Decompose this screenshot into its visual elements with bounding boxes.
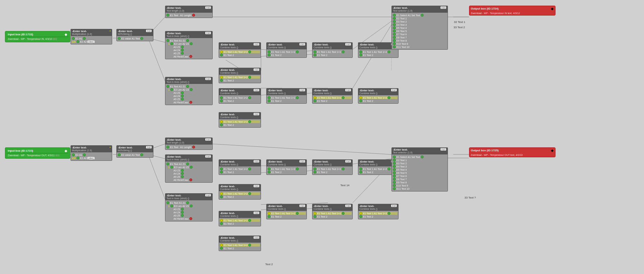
mult-2-e1-port	[72, 153, 75, 156]
lines-2b-a4z4: A4 Z4	[174, 211, 180, 214]
combine-b1a-upper[interactable]: -Enter text- Combine texts () 010 E1 Tex…	[219, 159, 261, 175]
textlen-node-2[interactable]: -Enter text- Text length (1.0) 010 E1 Te…	[165, 138, 213, 150]
mult-node-1[interactable]: -Enter text- Multiplication (1.0) * E1 A…	[71, 29, 112, 44]
combine-3a-lower[interactable]: -Enter text- Combine texts () 010 E1 Tex…	[312, 88, 353, 104]
mult-node-2[interactable]: -Enter text- Multiplication (1.0) * E1 A…	[71, 145, 112, 161]
ts1-e2	[393, 17, 396, 20]
input-1723-subtitle-row: Zwembad - WP - Temperatuur OUT, 4/3/11 ⊞…	[7, 153, 68, 157]
lines-strict-2a[interactable]: -Enter text- Text in lines (strict) () 0…	[165, 154, 213, 183]
textselector-2-e1: E1 Select	[396, 156, 407, 158]
input-box-1723[interactable]: Input box (ID:1723) ◆ Zwembad - WP - Tem…	[5, 147, 70, 159]
lines-strict-1a[interactable]: -Enter text- Text in lines (strict) () 0…	[165, 31, 213, 59]
combine-1b-lower-e2: E1 Text 2	[224, 124, 234, 126]
combine-1a-lower-e1-port	[220, 76, 223, 79]
ts1-e6-label: E6 Text 5	[396, 30, 407, 32]
input-box-1723-subtitle: Zwembad - WP - Temperatuur OUT, 4/3/11	[8, 154, 55, 157]
combine-b2a-lower[interactable]: -Enter text- Combine texts () 010 E1 Tex…	[219, 236, 261, 251]
input-box-1722-subtitle: Zwembad - WP - Temperatuur IN, 4/3/10	[8, 38, 52, 40]
svg-line-12	[212, 144, 391, 154]
combine-4a-lower[interactable]: -Enter text- Combine texts () 010 E1 Tex…	[358, 88, 399, 104]
combine-4a-upper-a1-port	[388, 50, 390, 53]
combine-b3a-upper[interactable]: -Enter text- Combine texts () 010 E1 Tex…	[266, 159, 307, 175]
combine-1b-lower[interactable]: -Enter text- Combine texts () 010 E1 Tex…	[219, 112, 261, 128]
combine-b5a-lower-header: -Enter text- Combine texts () 010	[358, 204, 398, 211]
mult-2-asterisk: *	[109, 146, 111, 152]
combine-1b-upper[interactable]: -Enter text- Combine texts () 010 E1 Tex…	[219, 88, 261, 104]
lines-1a-badge: 010	[205, 32, 211, 34]
combine-b1a-lower[interactable]: -Enter text- Combine texts () 010 E1 Tex…	[219, 184, 261, 200]
combine-3a-upper-subtitle: Combine texts ()	[314, 46, 332, 49]
mult-2-title: -Enter text-	[72, 146, 92, 149]
input-box-1722[interactable]: Input box (ID:1722) ◆ Zwembad - WP - Tem…	[5, 31, 70, 42]
combine-1a-lower-header: -Enter text- Combine texts () 010	[219, 68, 261, 75]
textlen-node-1[interactable]: -Enter text- Text length (1.0) 010 E1 Te…	[165, 6, 213, 18]
combine-b4a-lower-header: -Enter text- Combine texts () 010	[312, 204, 352, 211]
inttostr-2-title: -Enter text-	[118, 146, 133, 149]
output-box-1724[interactable]: Output box (ID:1724) ◆ Zwembad - WP - Te…	[469, 6, 555, 16]
combine-3a-upper-e1: E1 Text 1	[317, 51, 327, 53]
textselector-1[interactable]: -Enter text- Text selector (1.0) 010 E1 …	[391, 6, 448, 50]
combine-2a-upper[interactable]: -Enter text- Combine texts () 010 E1 Tex…	[266, 42, 307, 58]
lines-strict-2b[interactable]: -Enter text- Text in lines (strict) () 0…	[165, 193, 213, 221]
combine-4a-lower-subtitle: Combine texts ()	[359, 92, 377, 95]
combine-3a-lower-badge: 010	[345, 89, 351, 91]
combine-b3a-upper-a1: A1 Text 1+2	[282, 168, 295, 170]
ts2-e10	[393, 184, 396, 187]
combine-1a-lower-e1: E1 Text 1	[224, 76, 234, 79]
combine-4a-upper-e1: E1 Text 1	[363, 51, 373, 53]
lines-2a-1: 1	[166, 166, 170, 169]
ts1-e3	[393, 20, 396, 23]
lines-1a-title: -Enter text-	[166, 32, 189, 35]
inttostr-1-a1-label: A1 Text	[132, 37, 140, 40]
inttostr-node-2[interactable]: -Enter text- IntToString () 010 E1 value…	[116, 145, 153, 158]
combine-3a-lower-subtitle: Combine texts ()	[314, 92, 332, 95]
combine-1b-lower-a1: A1 Text 1+2	[235, 121, 248, 123]
inttostr-node-1[interactable]: -Enter text- IntToString () 010 E1 value…	[116, 29, 153, 41]
lines-1a-a4z4: A4 Z4	[174, 49, 180, 51]
combine-b5a-lower[interactable]: -Enter text- Combine texts () 010 E1 Tex…	[358, 204, 399, 219]
combine-b5a-upper-a1: A1 Text 1+2	[374, 168, 387, 170]
combine-1a-lower[interactable]: -Enter text- Combine texts () 010 E1 Tex…	[219, 68, 261, 83]
combine-3a-upper-a1-port	[342, 50, 345, 53]
combine-2a-lower-header: -Enter text- Combine texts () 010	[267, 89, 306, 95]
combine-1a-upper[interactable]: -Enter text- Combine texts () 010 E1 Tex…	[219, 42, 261, 58]
combine-2a-lower[interactable]: -Enter text- Combine texts () 010 E1 Tex…	[266, 88, 307, 104]
mult-1-sbo-badge: (sbo)	[87, 41, 95, 43]
ts2-e4	[393, 165, 396, 168]
combine-b3a-lower-title: -Enter text-	[268, 205, 286, 208]
lines-2b-title: -Enter text-	[166, 194, 189, 197]
combine-4a-upper-e2: E1 Text 2	[363, 54, 373, 56]
combine-3a-upper[interactable]: -Enter text- Combine texts () 010 E1 Tex…	[312, 42, 353, 58]
combine-1a-lower-subtitle: Combine texts ()	[220, 72, 238, 74]
lines-1b-badge: 010	[205, 78, 211, 80]
combine-b2a-lower-header: -Enter text- Combine texts () 010	[219, 236, 261, 243]
combine-b4a-upper[interactable]: -Enter text- Combine texts () 010 E1 Tex…	[312, 159, 353, 175]
combine-b1a-lower-e2: E1 Text 2	[224, 196, 234, 198]
lines-2b-1: 1	[166, 205, 170, 207]
lines-1a-a5z5: A5 Z5	[174, 52, 180, 55]
combine-2a-upper-e1-port	[268, 50, 271, 53]
combine-b1a-upper-e2: E1 Text 2	[224, 171, 234, 173]
combine-3a-upper-e2: E1 Text 2	[317, 54, 327, 56]
combine-3a-lower-e2: E1 Text 2	[317, 100, 327, 102]
output-box-1725[interactable]: Output box (ID:1725) ◆ Zwembad - WP - Te…	[469, 147, 555, 157]
ts2-e8-label: E8 Text 7	[396, 178, 407, 181]
textselector-1-badge: 010	[441, 6, 446, 9]
combine-b5a-lower-a1-port	[388, 212, 390, 215]
combine-b2a-upper-header: -Enter text- Combine texts () 010	[219, 211, 261, 218]
lines-strict-1b[interactable]: -Enter text- Text in lines (strict) () 0…	[165, 77, 213, 105]
combine-2a-lower-badge: 010	[299, 89, 305, 91]
lines-2b-a5z5: A5 Z5	[174, 214, 180, 217]
combine-4a-upper-title: -Enter text-	[359, 43, 377, 46]
combine-b4a-lower-badge: 010	[345, 205, 351, 207]
textlen-2-badge: 010	[205, 138, 211, 141]
inttostr-1-title: -Enter text-	[118, 30, 133, 33]
combine-b4a-lower[interactable]: -Enter text- Combine texts () 010 E1 Tex…	[312, 204, 353, 219]
lines-1b-a1z1: A1 Z1	[179, 85, 186, 88]
combine-b3a-lower[interactable]: -Enter text- Combine texts () 010 E1 Tex…	[266, 204, 307, 219]
lines-1a-a6rest: A6 Rest/Casc	[174, 55, 189, 58]
textselector-2[interactable]: -Enter text- Text selector (1.0) 010 E1 …	[391, 147, 448, 191]
combine-b2a-upper[interactable]: -Enter text- Combine texts () 010 E1 Tex…	[219, 211, 261, 226]
combine-2a-lower-subtitle: Combine texts ()	[268, 92, 286, 95]
combine-b1a-lower-e1-port	[220, 192, 223, 195]
